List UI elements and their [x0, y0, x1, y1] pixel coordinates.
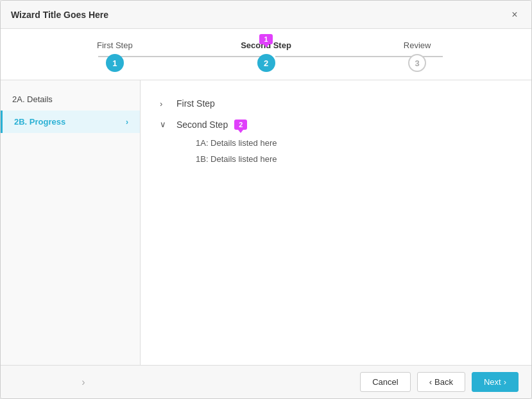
close-button[interactable]: × — [508, 8, 521, 21]
second-step-badge: 2 — [234, 120, 247, 130]
next-chevron-icon: › — [504, 377, 506, 387]
next-button[interactable]: Next › — [472, 372, 519, 392]
first-step-row-label: First Step — [176, 98, 215, 109]
back-chevron-icon: ‹ — [429, 377, 432, 387]
second-step-row[interactable]: ∨ Second Step 2 — [160, 114, 512, 135]
second-step-toggle-icon: ∨ — [160, 120, 170, 129]
wizard-body: 2A. Details 2B. Progress › › First Step … — [1, 80, 531, 365]
sidebar-expand-button[interactable]: › — [82, 377, 85, 388]
step-3-label: Review — [404, 40, 431, 50]
first-step-row[interactable]: › First Step — [160, 93, 512, 114]
first-step-toggle-icon: › — [160, 99, 170, 109]
step-1-circle: 1 — [106, 54, 124, 72]
sidebar-item-2a[interactable]: 2A. Details — [1, 88, 140, 111]
step-2-badge: 1 — [259, 34, 272, 44]
wizard-container: Wizard Title Goes Here × First Step 1 1 … — [0, 0, 532, 399]
sidebar-item-2b-chevron: › — [126, 118, 128, 127]
footer-right: Cancel ‹ Back Next › — [360, 372, 519, 392]
main-content: › First Step ∨ Second Step 2 1A: Details… — [141, 80, 531, 365]
step-3-circle: 3 — [408, 54, 426, 72]
wizard-header: Wizard Title Goes Here × — [1, 1, 531, 29]
wizard-footer: › Cancel ‹ Back Next › — [1, 365, 531, 398]
sub-item-1a: 1A: Details listed here — [160, 135, 512, 151]
connector-1-2 — [98, 56, 266, 57]
sidebar-item-2b[interactable]: 2B. Progress › — [1, 111, 140, 133]
sidebar-item-2a-label: 2A. Details — [12, 94, 53, 104]
sidebar: 2A. Details 2B. Progress › — [1, 80, 141, 365]
step-indicator: First Step 1 1 Second Step 2 Review 3 — [1, 29, 531, 80]
second-step-row-label: Second Step — [176, 120, 228, 130]
sidebar-item-2b-label: 2B. Progress — [14, 117, 65, 127]
back-button[interactable]: ‹ Back — [417, 372, 465, 392]
step-2-circle: 2 — [257, 54, 275, 72]
second-step-badge-wrapper: 2 — [234, 119, 247, 130]
cancel-button[interactable]: Cancel — [360, 372, 410, 392]
step-1-label: First Step — [97, 40, 133, 50]
footer-left: › — [13, 377, 153, 388]
wizard-title: Wizard Title Goes Here — [11, 10, 108, 20]
sub-item-1b: 1B: Details listed here — [160, 151, 512, 167]
